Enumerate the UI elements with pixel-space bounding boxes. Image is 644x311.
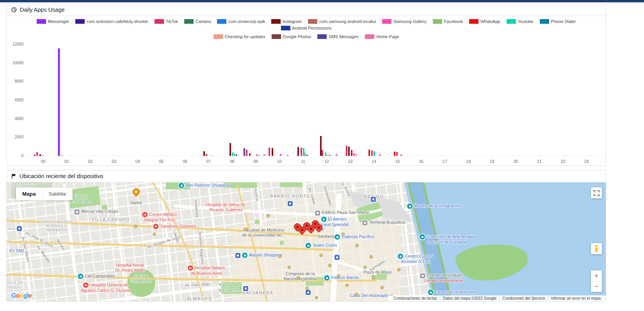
chart-bar-instagram — [320, 136, 322, 156]
poi-icon — [420, 234, 425, 240]
map-button[interactable]: Mapa — [16, 187, 43, 200]
pegman-control[interactable] — [591, 243, 602, 254]
map-label: Hospital de Niños Dr. Ricardo Gutiérrez — [206, 202, 246, 212]
legend-label: Camera — [196, 19, 211, 24]
chart-bar-youtube — [232, 152, 233, 156]
google-logo-letter: o — [20, 292, 23, 299]
daily-apps-usage-panel: Daily Apps Usage Messengercom.activision… — [6, 4, 606, 166]
top-browser-strip — [0, 0, 644, 2]
terms-of-service-link[interactable]: Condiciones del Servicio — [499, 296, 548, 300]
legend-swatch — [365, 34, 374, 39]
poi-icon — [242, 253, 247, 258]
chart-bar-samsung-gallery — [280, 154, 281, 156]
legend-label: Messenger — [48, 19, 69, 24]
poi-icon — [324, 275, 330, 281]
google-map[interactable]: Mapa Satélite + − Google Combinacion — [7, 182, 606, 301]
map-label: Terminal Buquebus — [362, 220, 406, 225]
map-label: ASAS DE — [7, 281, 23, 284]
map-label: Sarkis — [130, 200, 142, 205]
chart-bar-whatsapp — [394, 152, 395, 156]
legend-label: Google Photos — [283, 34, 311, 39]
y-tick-label: 8000 — [15, 79, 23, 83]
map-label: ASENTAMIENTO WARNES Y NEWBERY — [41, 220, 73, 232]
x-tick-label: 03 — [112, 159, 116, 164]
map-label: Alto Palermo Shopping — [179, 183, 230, 188]
transit-station-icon — [371, 197, 376, 202]
chart-bar-tiktok — [396, 152, 398, 156]
legend-item: Messenger — [37, 19, 69, 24]
chart-bar-home-page — [287, 155, 288, 156]
map-attribution: Combinaciones de teclasDatos del mapa ©2… — [388, 295, 606, 301]
x-tick-label: 05 — [159, 159, 164, 164]
chart-bar-facebook — [304, 153, 306, 156]
fullscreen-button[interactable] — [591, 187, 602, 198]
chart-bar-samsung-gallery — [256, 154, 258, 156]
y-tick-label: 0 — [21, 154, 23, 158]
chart-bar-tiktok — [36, 152, 38, 156]
legend-item: Camera — [184, 19, 211, 24]
legend-label: Phone Dialer — [551, 19, 576, 24]
legend-swatch — [217, 19, 226, 24]
chart-y-axis: 020004000600080001000012000 — [10, 42, 26, 165]
poi-dot-marker — [328, 264, 331, 267]
chart-bar-facebook — [234, 153, 235, 156]
legend-swatch — [317, 34, 327, 39]
chart-bar-com-samsung-android-incallui — [258, 155, 260, 156]
chart-bar-youtube — [303, 148, 304, 156]
legend-swatch — [213, 34, 223, 39]
x-tick-label: 19 — [490, 159, 495, 164]
poi-dot-marker — [245, 228, 248, 231]
legend-item: Instagram — [271, 19, 302, 24]
legend-swatch — [469, 19, 479, 24]
poi-dot-marker — [381, 286, 384, 289]
x-tick-label: 18 — [466, 159, 471, 164]
legend-swatch — [382, 19, 391, 24]
legend-label: Home Page — [376, 34, 399, 39]
chart-bar-camera — [306, 155, 308, 156]
fullscreen-icon — [594, 190, 600, 196]
zoom-in-button[interactable]: + — [591, 270, 602, 281]
map-label: El Ateneo Grand Splendid — [319, 217, 349, 227]
poi-icon — [407, 203, 413, 209]
google-logo[interactable]: Google — [11, 292, 32, 299]
poi-dot-marker — [337, 274, 340, 277]
chart-bar-messenger — [58, 48, 60, 156]
x-tick-label: 16 — [419, 159, 423, 164]
map-label: Hospital Naval Dr. Pedro Mallo — [115, 263, 145, 272]
poi-dot-marker — [306, 287, 309, 290]
clock-icon — [11, 7, 17, 12]
legend-label: Android Permissions — [292, 26, 332, 30]
x-tick-label: 04 — [135, 159, 140, 164]
poi-icon — [306, 243, 311, 248]
usage-panel-title: Daily Apps Usage — [20, 7, 64, 13]
legend-item: SMS Messages — [317, 34, 359, 39]
legend-swatch — [507, 19, 516, 24]
legend-swatch — [155, 19, 164, 24]
legend-item: Youtube — [507, 19, 534, 24]
legend-swatch — [272, 34, 281, 39]
zoom-out-button[interactable]: − — [591, 281, 602, 292]
chart-bar-home-page — [263, 154, 265, 156]
keyboard-shortcuts-link[interactable]: Combinaciones de teclas — [391, 296, 440, 300]
poi-icon — [78, 274, 83, 279]
chart-bar-youtube — [374, 151, 375, 156]
pegman-icon — [594, 245, 599, 253]
legend-swatch — [37, 19, 46, 24]
report-map-error-link[interactable]: Informar un error en el mapa — [548, 296, 603, 300]
x-tick-label: 13 — [348, 159, 353, 164]
chart-bar-samsung-gallery — [400, 154, 402, 156]
legend-label: Checking for updates — [225, 34, 265, 39]
google-logo-letter: g — [23, 292, 27, 299]
map-type-switcher: Mapa Satélite — [16, 187, 73, 200]
x-tick-label: 15 — [395, 159, 400, 164]
poi-icon — [321, 217, 326, 222]
legend-swatch — [281, 26, 290, 30]
chart-bar-samsung-gallery — [211, 156, 213, 156]
legend-item: Home Page — [365, 34, 399, 39]
chart-bar-whatsapp — [368, 150, 370, 156]
map-label: Edificio Plaza San Martín — [315, 210, 370, 216]
satellite-button[interactable]: Satélite — [43, 187, 73, 200]
legend-item: Phone Dialer — [540, 19, 576, 24]
poi-dot-marker — [372, 276, 375, 279]
legend-label: Instagram — [283, 19, 302, 24]
